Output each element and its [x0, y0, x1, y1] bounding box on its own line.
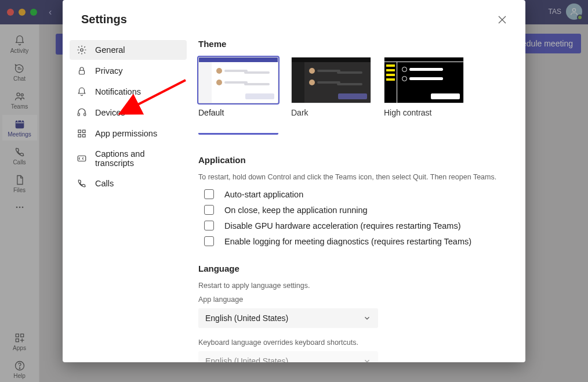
nav-privacy[interactable]: Privacy [70, 61, 187, 81]
nav-captions[interactable]: Captions and transcripts [70, 145, 187, 172]
theme-label: High contrast [384, 108, 465, 117]
checkbox-label: Auto-start application [224, 190, 303, 199]
svg-rect-16 [78, 130, 81, 133]
checkbox-logging[interactable]: Enable logging for meeting diagnostics (… [204, 236, 509, 246]
application-hint: To restart, hold down Control and click … [198, 173, 509, 181]
nav-notifications[interactable]: Notifications [70, 82, 187, 102]
checkbox-disable-gpu[interactable]: Disable GPU hardware acceleration (requi… [204, 221, 509, 230]
theme-label: Default [198, 108, 280, 117]
gear-icon [77, 45, 87, 55]
svg-rect-13 [79, 70, 85, 74]
phone-icon [77, 178, 87, 189]
theme-dark[interactable]: Dark [291, 57, 372, 135]
chevron-down-icon [363, 314, 371, 322]
dropdown-value: English (United States) [205, 356, 288, 362]
checkbox-icon [204, 205, 214, 215]
nav-label: General [95, 45, 125, 55]
nav-label: Captions and transcripts [95, 149, 180, 168]
nav-label: Calls [95, 179, 114, 188]
svg-rect-15 [84, 113, 86, 116]
theme-options: Default Dark [198, 57, 509, 135]
dialog-header: Settings [63, 0, 525, 38]
theme-label: Dark [291, 108, 372, 117]
captions-icon [77, 153, 87, 164]
nav-app-permissions[interactable]: App permissions [70, 124, 187, 143]
dropdown-value: English (United States) [205, 313, 288, 323]
checkbox-label: Enable logging for meeting diagnostics (… [224, 237, 471, 246]
keyboard-language-dropdown[interactable]: English (United States) [198, 351, 378, 362]
checkbox-label: Disable GPU hardware acceleration (requi… [224, 221, 461, 230]
theme-default[interactable]: Default [198, 57, 280, 135]
theme-preview [198, 57, 278, 103]
checkbox-icon [204, 221, 214, 230]
theme-heading: Theme [198, 39, 509, 49]
headset-icon [77, 107, 87, 118]
dialog-title: Settings [81, 13, 127, 26]
nav-label: App permissions [95, 129, 157, 138]
theme-high-contrast[interactable]: High contrast [384, 57, 465, 135]
chevron-down-icon [363, 357, 371, 362]
svg-rect-17 [83, 130, 86, 133]
checkbox-keep-running[interactable]: On close, keep the application running [204, 205, 509, 215]
checkbox-label: On close, keep the application running [224, 206, 368, 215]
keyboard-language-label: Keyboard language overrides keyboard sho… [198, 338, 509, 347]
language-hint: Restart to apply language settings. [198, 282, 509, 290]
theme-preview [291, 57, 371, 103]
nav-calls[interactable]: Calls [70, 174, 187, 193]
nav-label: Notifications [95, 87, 141, 96]
nav-general[interactable]: General [70, 40, 187, 60]
nav-devices[interactable]: Devices [70, 103, 187, 122]
svg-rect-19 [83, 135, 86, 138]
bell-icon [77, 87, 87, 97]
nav-label: Devices [95, 108, 125, 117]
checkbox-autostart[interactable]: Auto-start application [204, 189, 509, 199]
settings-nav: General Privacy Notifications Devices Ap… [63, 38, 194, 362]
application-heading: Application [198, 155, 509, 165]
settings-content: Theme Default [194, 38, 525, 362]
svg-point-12 [81, 49, 84, 52]
checkbox-icon [204, 236, 214, 246]
settings-dialog: Settings General Privacy Notifications D… [63, 0, 525, 362]
lock-icon [77, 66, 87, 76]
theme-preview [384, 57, 464, 103]
svg-rect-14 [78, 113, 79, 116]
close-icon[interactable] [498, 15, 507, 24]
app-language-dropdown[interactable]: English (United States) [198, 308, 378, 328]
app-language-label: App language [198, 295, 509, 304]
svg-rect-18 [78, 135, 81, 138]
nav-label: Privacy [95, 66, 123, 75]
checkbox-icon [204, 189, 214, 199]
grid-icon [77, 128, 87, 139]
language-heading: Language [198, 264, 509, 273]
